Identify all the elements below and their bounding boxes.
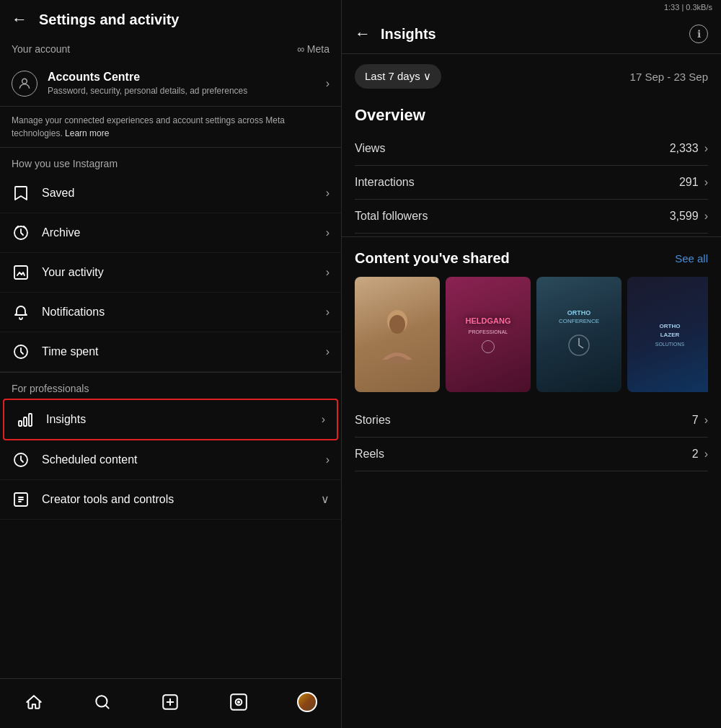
your-account-row: Your account ∞ Meta [0,39,341,62]
sidebar-item-notifications[interactable]: Notifications › [0,293,341,332]
learn-more-link[interactable]: Learn more [65,128,109,138]
sidebar-item-creator-tools[interactable]: Creator tools and controls ∨ [0,480,341,520]
saved-icon [12,184,30,203]
svg-rect-2 [14,266,27,279]
sidebar-item-your-activity[interactable]: Your activity › [0,253,341,293]
content-shared-section: Content you've shared See all H [342,236,721,479]
stories-value: 7 [692,414,699,427]
views-chevron: › [704,142,708,155]
interactions-chevron: › [704,176,708,189]
thumbnail-1[interactable] [355,277,440,392]
status-time: 1:33 | 0.3kB/s [664,3,712,12]
accounts-centre-chevron: › [326,77,329,90]
back-button[interactable]: ← [12,10,27,29]
sidebar-item-saved[interactable]: Saved › [0,174,341,213]
stories-label: Stories [355,414,391,427]
right-header-center: ← Insights [355,25,436,43]
creator-tools-label: Creator tools and controls [42,493,309,506]
your-account-label: Your account [12,43,70,55]
manage-text: Manage your connected experiences and ac… [0,107,341,148]
accounts-centre-subtitle: Password, security, personal details, ad… [48,85,316,97]
accounts-centre-item[interactable]: Accounts Centre Password, security, pers… [0,62,341,107]
total-followers-chevron: › [704,210,708,223]
date-filter-button[interactable]: Last 7 days ∨ [355,64,441,89]
time-spent-icon [12,342,30,361]
thumbnail-2[interactable]: HELDGANG PROFESSIONAL [446,277,531,392]
saved-label: Saved [42,187,314,200]
info-button[interactable]: ℹ [689,25,708,43]
total-followers-stat-row[interactable]: Total followers 3,599 › [355,200,708,234]
insights-title: Insights [381,26,436,43]
for-professionals-header: For professionals [0,372,341,399]
your-activity-label: Your activity [42,266,314,279]
views-stat-row[interactable]: Views 2,333 › [355,132,708,166]
nav-reels[interactable] [224,688,253,716]
sidebar-item-scheduled-content[interactable]: Scheduled content › [0,440,341,480]
interactions-label: Interactions [355,176,415,189]
svg-rect-4 [19,421,22,426]
content-shared-header: Content you've shared See all [355,250,708,267]
thumbnails-row: HELDGANG PROFESSIONAL ORTHO CONFERENCE [355,277,708,392]
right-panel: 1:33 | 0.3kB/s ← Insights ℹ Last 7 days … [342,0,721,728]
svg-rect-5 [24,417,27,426]
creator-tools-chevron: ∨ [321,492,329,506]
svg-rect-6 [29,414,32,426]
status-bar: 1:33 | 0.3kB/s [342,0,721,14]
see-all-button[interactable]: See all [675,252,708,265]
reels-chevron: › [704,448,708,461]
thumbnail-4[interactable]: ORTHOLAZER SOLUTIONS [627,277,708,392]
sidebar-item-time-spent[interactable]: Time spent › [0,332,341,372]
thumbnail-3[interactable]: ORTHO CONFERENCE [536,277,622,392]
insights-back-button[interactable]: ← [355,25,371,43]
scheduled-content-label: Scheduled content [42,453,314,466]
date-filter-label: Last 7 days ∨ [365,70,431,83]
nav-profile[interactable] [293,688,322,716]
insights-chevron: › [322,413,325,426]
bottom-nav [0,678,341,728]
svg-point-0 [22,79,27,84]
nav-create[interactable] [156,688,185,716]
date-filter-row: Last 7 days ∨ 17 Sep - 23 Sep [342,54,721,99]
total-followers-value: 3,599 [670,210,699,223]
overview-title: Overview [355,106,708,125]
sidebar-item-insights[interactable]: Insights › [3,399,338,440]
archive-label: Archive [42,226,314,239]
time-spent-label: Time spent [42,345,314,358]
views-label: Views [355,142,385,155]
interactions-stat-row[interactable]: Interactions 291 › [355,166,708,200]
total-followers-right: 3,599 › [670,210,708,223]
scheduled-content-chevron: › [326,453,329,466]
views-value: 2,333 [670,142,699,155]
reels-label: Reels [355,448,384,461]
insights-label: Insights [46,413,310,426]
reels-value: 2 [692,448,699,461]
your-activity-icon [12,263,30,282]
accounts-centre-text: Accounts Centre Password, security, pers… [48,71,316,97]
nav-search[interactable] [88,688,117,716]
archive-icon [12,223,30,242]
how-you-use-header: How you use Instagram [0,148,341,174]
overview-section: Overview Views 2,333 › Interactions 291 … [342,99,721,236]
creator-tools-icon [12,490,30,509]
reels-row[interactable]: Reels 2 › [355,438,708,471]
left-header: ← Settings and activity [0,0,341,39]
saved-chevron: › [326,187,329,200]
interactions-right: 291 › [679,176,708,189]
svg-point-15 [389,315,405,334]
stories-row[interactable]: Stories 7 › [355,404,708,438]
insights-icon [16,410,35,429]
archive-chevron: › [326,226,329,239]
right-header: ← Insights ℹ [342,14,721,54]
date-range-label: 17 Sep - 23 Sep [630,71,708,83]
scheduled-content-icon [12,450,30,469]
interactions-value: 291 [679,176,699,189]
notifications-label: Notifications [42,306,314,319]
notifications-icon [12,303,30,321]
accounts-centre-title: Accounts Centre [48,71,316,84]
sidebar-item-archive[interactable]: Archive › [0,213,341,253]
stories-chevron: › [704,414,708,427]
total-followers-label: Total followers [355,210,428,223]
nav-home[interactable] [19,688,48,716]
meta-logo: ∞ Meta [297,43,329,55]
accounts-centre-icon [12,71,37,97]
